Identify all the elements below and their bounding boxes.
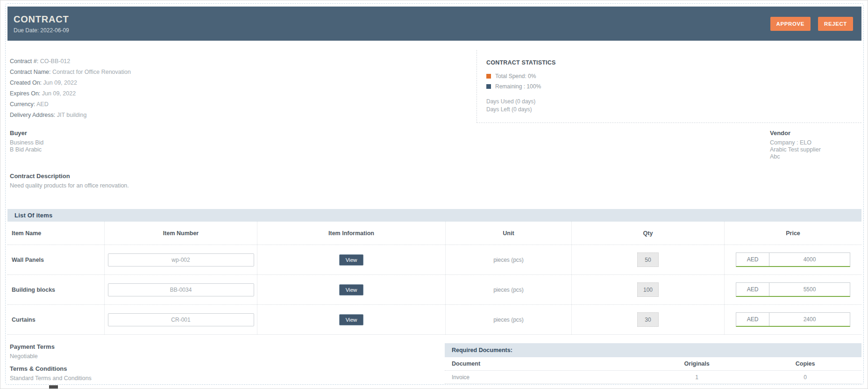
days-summary: Days Used (0 days) Days Left (0 days) (486, 98, 861, 114)
payment-terms-value: Negotiable (10, 353, 445, 360)
remaining-legend-square-icon (486, 84, 491, 89)
price-currency: AED (736, 313, 769, 326)
contract-details: Contract #: CO-BB-012 Contract Name: Con… (7, 41, 477, 123)
item-number-input[interactable] (108, 253, 254, 267)
terms-conditions-value: Standard Terms and Conditions (10, 375, 445, 382)
contract-description-title: Contract Description (10, 173, 861, 180)
total-spend-legend: Total Spend: 0% (486, 72, 861, 80)
buyer-name: Business Bid (10, 139, 43, 146)
item-name: Curtains (7, 305, 105, 334)
col-originals: Originals (645, 360, 749, 367)
detail-contract-name: Contract Name: Contract for Office Renov… (10, 69, 477, 75)
days-left: Days Left (0 days) (486, 106, 861, 114)
terms-conditions-title: Terms & Conditions (10, 365, 445, 372)
vendor-block: Vendor Company : ELO Arabic Test supplie… (770, 130, 861, 160)
payment-terms-title: Payment Terms (10, 343, 445, 350)
view-item-button[interactable]: View (339, 284, 364, 295)
col-item-information: Item Information (257, 222, 446, 245)
horizontal-scrollbar-thumb[interactable] (49, 385, 58, 389)
item-unit: pieces (pcs) (446, 275, 572, 304)
list-of-items-title: List Of items (14, 212, 52, 219)
item-unit: pieces (pcs) (446, 305, 572, 334)
document-originals: 1 (645, 374, 749, 381)
approve-button[interactable]: APPROVE (770, 17, 811, 31)
document-name: Invoice (445, 374, 645, 381)
buyer-block: Buyer Business Bid B Bid Arabic (10, 130, 43, 160)
buyer-vendor-row: Buyer Business Bid B Bid Arabic Vendor C… (7, 130, 861, 160)
required-documents-title: Required Documents: (452, 347, 512, 353)
document-copies: 0 (749, 374, 861, 381)
terms-block: Payment Terms Negotiable Terms & Conditi… (7, 343, 445, 384)
detail-created-on: Created On: Jun 09, 2022 (10, 80, 477, 86)
page-frame: CONTRACT Due Date: 2022-06-09 APPROVE RE… (5, 3, 864, 385)
price-field: AED (736, 312, 850, 327)
price-field: AED (736, 252, 850, 267)
page-title: CONTRACT (14, 14, 69, 25)
item-name: Wall Panels (7, 245, 105, 274)
price-field: AED (736, 282, 850, 297)
col-item-name: Item Name (7, 222, 105, 245)
reject-button[interactable]: REJECT (818, 17, 853, 31)
price-currency: AED (736, 283, 769, 296)
buyer-name-arabic: B Bid Arabic (10, 146, 43, 153)
contract-description-block: Contract Description Need quality produc… (7, 173, 861, 189)
list-of-items-panel: List Of items Item Name Item Number Item… (7, 209, 861, 335)
table-row: Wall Panels View pieces (pcs) 50 AED (7, 245, 861, 275)
vendor-company: Company : ELO (770, 139, 861, 146)
terms-documents-row: Payment Terms Negotiable Terms & Conditi… (7, 343, 861, 384)
price-input[interactable] (769, 253, 850, 266)
detail-expires-on: Expires On: Jun 09, 2022 (10, 91, 477, 97)
contract-description-text: Need quality products for an office reno… (10, 182, 861, 189)
document-row: Invoice 1 0 (445, 371, 861, 384)
total-spend-legend-square-icon (486, 74, 491, 79)
detail-contract-number: Contract #: CO-BB-012 (10, 58, 477, 65)
qty-field[interactable]: 100 (637, 282, 659, 297)
vendor-extra: Abc (770, 153, 861, 160)
item-name: Building blocks (7, 275, 105, 304)
header-titles: CONTRACT Due Date: 2022-06-09 (14, 14, 69, 34)
price-input[interactable] (769, 313, 850, 326)
col-item-number: Item Number (105, 222, 257, 245)
details-statistics-row: Contract #: CO-BB-012 Contract Name: Con… (7, 41, 861, 123)
payment-terms-block: Payment Terms Negotiable (10, 343, 445, 360)
vendor-title: Vendor (770, 130, 861, 137)
table-row: Curtains View pieces (pcs) 30 AED (7, 305, 861, 335)
required-documents-header: Required Documents: (445, 343, 861, 357)
contract-page: CONTRACT Due Date: 2022-06-09 APPROVE RE… (0, 0, 868, 389)
col-unit: Unit (446, 222, 572, 245)
col-price: Price (725, 222, 861, 245)
due-date: Due Date: 2022-06-09 (14, 27, 69, 34)
header-bar: CONTRACT Due Date: 2022-06-09 APPROVE RE… (7, 7, 861, 41)
detail-currency: Currency: AED (10, 101, 477, 108)
contract-statistics-panel: CONTRACT STATISTICS Total Spend: 0% Rema… (477, 50, 861, 123)
required-documents-panel: Required Documents: Document Originals C… (445, 343, 861, 384)
item-number-input[interactable] (108, 283, 254, 296)
remaining-legend: Remaining : 100% (486, 83, 861, 90)
items-table-header: Item Name Item Number Item Information U… (7, 222, 861, 245)
col-document: Document (445, 360, 645, 367)
header-actions: APPROVE REJECT (770, 17, 853, 31)
buyer-title: Buyer (10, 130, 43, 137)
col-qty: Qty (572, 222, 725, 245)
table-row: Building blocks View pieces (pcs) 100 AE… (7, 275, 861, 305)
qty-field[interactable]: 30 (637, 312, 659, 327)
list-of-items-header: List Of items (7, 209, 861, 222)
terms-conditions-block: Terms & Conditions Standard Terms and Co… (10, 365, 445, 382)
days-used: Days Used (0 days) (486, 98, 861, 106)
vendor-supplier: Arabic Test supplier (770, 146, 861, 153)
item-number-input[interactable] (108, 313, 254, 326)
item-unit: pieces (pcs) (446, 245, 572, 274)
col-copies: Copies (749, 360, 861, 367)
qty-field[interactable]: 50 (637, 252, 659, 267)
statistics-title: CONTRACT STATISTICS (486, 59, 861, 66)
view-item-button[interactable]: View (339, 314, 364, 325)
documents-table-header: Document Originals Copies (445, 357, 861, 371)
detail-delivery-address: Delivery Address: JIT building (10, 112, 477, 118)
price-currency: AED (736, 253, 769, 266)
price-input[interactable] (769, 283, 850, 296)
view-item-button[interactable]: View (339, 254, 364, 266)
